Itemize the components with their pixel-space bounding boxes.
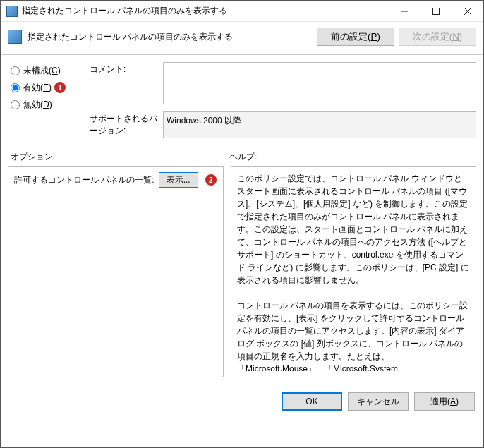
show-button-label: 表示... xyxy=(167,174,190,186)
help-paragraph-2: コントロール パネルの項目を表示するには、このポリシー設定を有効にし、[表示] … xyxy=(237,299,470,371)
section-labels: オプション: ヘルプ: xyxy=(1,143,483,166)
footer: OK キャンセル 適用(A) xyxy=(1,385,483,418)
annotation-badge-1: 1 xyxy=(54,82,66,93)
cancel-button[interactable]: キャンセル xyxy=(348,392,409,411)
ok-label: OK xyxy=(305,396,317,406)
header-title: 指定されたコントロール パネルの項目のみを表示する xyxy=(28,31,313,43)
header: 指定されたコントロール パネルの項目のみを表示する 前の設定(P) 次の設定(N… xyxy=(1,22,483,55)
fields-column: コメント: サポートされるバージョン: xyxy=(90,62,476,138)
window-title: 指定されたコントロール パネルの項目のみを表示する xyxy=(22,5,388,17)
help-label: ヘルプ: xyxy=(229,151,257,163)
app-icon xyxy=(6,6,18,17)
titlebar: 指定されたコントロール パネルの項目のみを表示する xyxy=(1,1,483,22)
radio-enabled-label: 有効(E) xyxy=(23,82,52,94)
maximize-button[interactable] xyxy=(420,1,452,21)
radio-not-configured-input[interactable] xyxy=(11,66,20,75)
comment-input[interactable] xyxy=(163,62,476,104)
radio-disabled-label: 無効(D) xyxy=(23,99,52,111)
radio-disabled-input[interactable] xyxy=(11,100,20,109)
comment-row: コメント: xyxy=(90,62,476,104)
minimize-button[interactable] xyxy=(388,1,420,21)
next-setting-button: 次の設定(N) xyxy=(399,28,476,46)
help-scroll[interactable]: このポリシー設定では、コントロール パネル ウィンドウとスタート画面に表示される… xyxy=(237,172,470,371)
svg-rect-1 xyxy=(432,8,439,14)
supported-value xyxy=(163,111,476,138)
supported-label: サポートされるバージョン: xyxy=(90,111,163,137)
ok-button[interactable]: OK xyxy=(282,392,342,411)
apply-label: 適用(A) xyxy=(430,396,459,408)
allowed-list-label: 許可するコントロール パネルの一覧: xyxy=(14,174,155,186)
close-button[interactable] xyxy=(452,1,483,21)
options-line: 許可するコントロール パネルの一覧: 表示... 2 xyxy=(14,172,217,188)
previous-setting-label: 前の設定(P) xyxy=(331,30,380,43)
policy-icon xyxy=(8,30,22,44)
options-label: オプション: xyxy=(11,151,229,163)
radio-group: 未構成(C) 有効(E) 1 無効(D) xyxy=(11,62,90,138)
config-row: 未構成(C) 有効(E) 1 無効(D) コメント: サポートされるバージョン: xyxy=(1,55,483,143)
help-panel: このポリシー設定では、コントロール パネル ウィンドウとスタート画面に表示される… xyxy=(231,166,476,377)
previous-setting-button[interactable]: 前の設定(P) xyxy=(317,28,394,46)
panels-row: 許可するコントロール パネルの一覧: 表示... 2 このポリシー設定では、コン… xyxy=(1,166,483,385)
comment-label: コメント: xyxy=(90,62,163,75)
apply-button[interactable]: 適用(A) xyxy=(414,392,475,411)
options-panel: 許可するコントロール パネルの一覧: 表示... 2 xyxy=(8,166,224,377)
radio-enabled[interactable]: 有効(E) 1 xyxy=(11,79,90,96)
radio-not-configured-label: 未構成(C) xyxy=(23,65,61,77)
radio-enabled-input[interactable] xyxy=(11,83,20,92)
annotation-badge-2: 2 xyxy=(205,174,217,186)
radio-not-configured[interactable]: 未構成(C) xyxy=(11,62,90,79)
show-button[interactable]: 表示... xyxy=(159,172,198,188)
help-paragraph-1: このポリシー設定では、コントロール パネル ウィンドウとスタート画面に表示される… xyxy=(237,172,470,286)
cancel-label: キャンセル xyxy=(357,396,399,408)
supported-row: サポートされるバージョン: xyxy=(90,111,476,138)
radio-disabled[interactable]: 無効(D) xyxy=(11,96,90,113)
next-setting-label: 次の設定(N) xyxy=(413,30,463,43)
